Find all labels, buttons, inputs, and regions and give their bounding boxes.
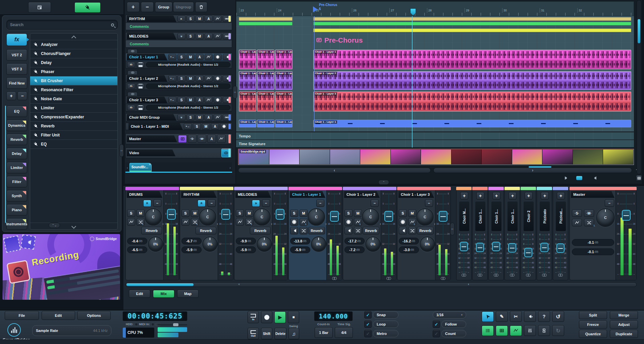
send-slot-button[interactable]: Reverb [196, 227, 216, 234]
count-in-button[interactable]: 1 Bar [315, 327, 333, 338]
pan-knob[interactable]: CLR [199, 208, 216, 226]
ungroup-button[interactable]: Ungroup [173, 2, 194, 12]
track-name[interactable]: Choir 1 - Layer 1 [127, 54, 167, 60]
promo-banner[interactable]: Recording SoundBridge [3, 234, 120, 300]
plugin-item[interactable]: Delay [30, 58, 117, 67]
automation-button[interactable]: A [196, 97, 204, 103]
mute-button[interactable]: M [137, 210, 145, 217]
remove-plugin-button[interactable]: − [17, 92, 27, 100]
channel-name[interactable]: Choir 1... [491, 202, 501, 231]
channel-name[interactable]: Pizzicato [540, 202, 550, 231]
expand-channel-button[interactable]: + [508, 192, 517, 199]
category-button[interactable]: Instruments [6, 218, 27, 230]
close-icon[interactable]: × [149, 163, 151, 166]
project-tab[interactable]: SoundBr... × [129, 163, 152, 172]
category-button[interactable]: Delay [6, 148, 27, 159]
mixer-view-toggle[interactable] [524, 325, 536, 336]
automation-button[interactable]: A [205, 16, 213, 22]
audio-clip[interactable]: Choir 1 - Layer 3 [239, 92, 256, 112]
track-name[interactable]: Video [127, 150, 175, 156]
routing-button[interactable] [408, 227, 416, 234]
solo-button[interactable]: S [186, 33, 195, 39]
freeze-route-button[interactable]: •→ [184, 123, 192, 129]
expand-channel-button[interactable]: + [492, 192, 500, 199]
send-amount-knob[interactable]: 0% [257, 236, 272, 252]
solo-button[interactable]: S [186, 16, 195, 22]
tab-vst3[interactable]: VST 3 [6, 63, 27, 75]
category-button[interactable]: Synth [6, 190, 27, 202]
mute-defeat-button[interactable]: ·M· [584, 210, 594, 217]
track-menu-button[interactable] [137, 83, 145, 89]
tracklist-splitter[interactable]: ‹› [233, 86, 237, 99]
send-amount-knob[interactable]: 0% [148, 236, 163, 252]
mute-button[interactable]: M [354, 210, 362, 217]
midi-clip[interactable]: Choir 1 - Layer 1 [257, 120, 274, 127]
tracklist-view-toggle[interactable] [482, 325, 494, 336]
track-name[interactable]: Choir 1 - Layer 1 - MIDI [128, 123, 183, 130]
solo-defeat-button[interactable]: ·S· [188, 135, 197, 143]
mute-button[interactable]: M [300, 210, 308, 217]
plugin-item[interactable]: Phaser [30, 67, 117, 76]
category-button[interactable]: Dynamics [6, 120, 27, 131]
minimize-button[interactable]: − [208, 199, 216, 207]
input-device-field[interactable]: Microphone (Realtek Audio) - Stereo 1/2 [146, 105, 230, 110]
audio-clip[interactable]: Choir 1 - Layer 1 [239, 50, 256, 69]
h-scrollbar-left[interactable]: ‹ [238, 168, 431, 173]
time-display[interactable]: 00:00:45:625 [122, 311, 187, 321]
time-sig-button[interactable]: 4/4 [335, 327, 353, 338]
comments-row[interactable]: Comments [125, 23, 232, 30]
fader-section[interactable]: 88008816162424323240404848–– [163, 190, 179, 280]
fader-section[interactable]: 88008816162424323240404848–– [435, 190, 450, 280]
add-track-button[interactable]: + [127, 2, 140, 12]
marker-flag-icon[interactable] [313, 6, 318, 12]
channel-name[interactable]: Choir 1 - Layer 2 [344, 191, 380, 198]
minimize-button[interactable]: − [605, 199, 614, 207]
fader-section[interactable]: 88008816162424323240404848–– [326, 190, 342, 280]
mute-button[interactable]: M [191, 210, 199, 217]
playhead-handle[interactable] [410, 8, 416, 15]
volume-fader[interactable] [556, 243, 565, 253]
mixer-scroll-thumb[interactable] [126, 283, 194, 286]
split-tool[interactable]: ✂ [510, 311, 522, 322]
sample-rate-field[interactable]: Sample Rate44.1 kHz [32, 325, 111, 336]
send-slot-button[interactable]: Reverb [141, 227, 162, 234]
tab-mix[interactable]: Mix [153, 290, 174, 298]
input-mode-icon[interactable]: #♭ [127, 83, 135, 89]
minimize-button[interactable]: − [262, 199, 270, 207]
mute-button[interactable]: M [186, 97, 195, 103]
quantize-button[interactable]: Quantize [579, 330, 607, 338]
scroll-left-arrow[interactable]: ‹ [238, 282, 239, 286]
record-arm-button[interactable] [214, 97, 222, 103]
gain-value[interactable]: -3.0dB [399, 246, 419, 253]
time-signature-lane[interactable]: Time Signature [236, 140, 634, 147]
left-panel-splitter[interactable]: ⌃⌄ [49, 223, 60, 228]
track-menu-button[interactable] [137, 62, 145, 67]
fader-section[interactable]: 88008816162424323240404848–– [615, 190, 636, 280]
comments-row[interactable]: Comments [125, 40, 232, 48]
automation-curve-button[interactable] [127, 218, 135, 226]
input-device-field[interactable]: Microphone (Realtek Audio) - Stereo 1/2 [146, 62, 230, 67]
track-row-choir1-layer1[interactable]: Choir 1 - Layer 1 •→ S M A [125, 53, 232, 61]
plugin-item[interactable]: Filter Unit [30, 131, 117, 140]
automation-button[interactable]: A [196, 75, 204, 81]
metro-label[interactable]: Metro [373, 330, 398, 337]
monitor-button[interactable] [399, 227, 407, 234]
v-scrollbar[interactable] [637, 0, 641, 174]
channel-name[interactable]: Choir 1... [475, 202, 485, 231]
solo-button[interactable]: S [193, 123, 201, 129]
collapse-button[interactable]: « [177, 16, 185, 22]
audio-clip[interactable]: Choir 1 - Layer 2 [239, 71, 256, 90]
track-row-choir1-layer2[interactable]: Choir 1 - Layer 2 •→ S M A [125, 74, 232, 82]
fader-section[interactable]: 88008816162424323240404848–– [457, 233, 471, 277]
expand-channel-button[interactable]: + [476, 192, 484, 199]
clips-viewport[interactable]: Pre-Chorus Choir 1 - Layer 1 Choir 1 - L… [236, 16, 634, 131]
output-slider[interactable] [158, 324, 187, 326]
audio-clip[interactable]: Choir 1 - Layer 3 [275, 92, 292, 112]
send-slot-button[interactable]: Reverb [417, 227, 434, 234]
channel-name[interactable]: RHYTHM [181, 191, 217, 198]
audio-clip[interactable]: Choir 1 - Layer 3 [257, 92, 274, 112]
volume-value[interactable]: -13.8dB [290, 238, 310, 244]
adjust-button[interactable]: Adjust [610, 321, 638, 329]
collapse-button[interactable]: « [143, 199, 151, 207]
mixer-channel[interactable]: Choir 1 - Layer 3 − S M Reverb CLR -16.2… [397, 186, 451, 280]
